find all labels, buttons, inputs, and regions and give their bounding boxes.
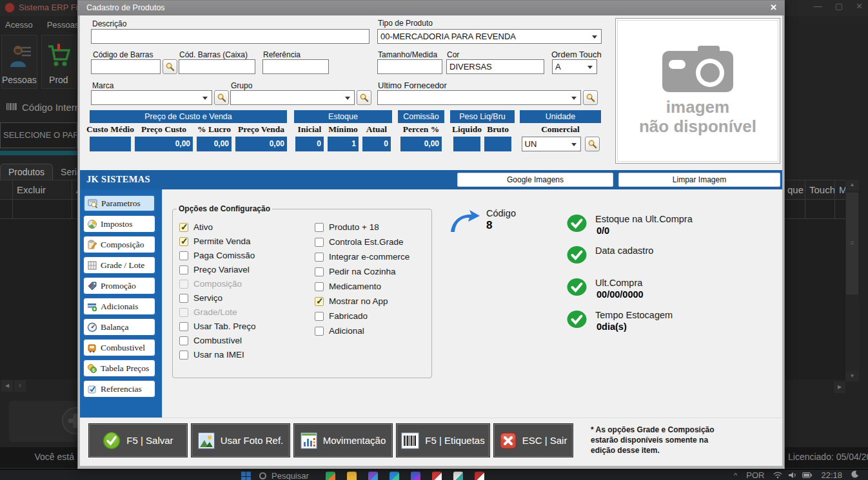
checkbox[interactable] (315, 327, 324, 336)
codigo-barras-search-button[interactable] (163, 59, 177, 74)
side-tab-adicionais[interactable]: Adicionais (83, 298, 155, 315)
taskbar-search[interactable]: Pesquisar (259, 471, 309, 480)
movement-button[interactable]: Movimentação (294, 424, 392, 457)
scroll-up-icon[interactable]: ▲ (845, 180, 859, 190)
minimize-icon[interactable]: — (814, 1, 822, 11)
exit-button[interactable]: ESC | Sair (494, 424, 573, 457)
wifi-icon[interactable] (773, 472, 782, 479)
ultimo-fornecedor-select[interactable] (377, 90, 581, 105)
scroll-left-icon[interactable]: ◀ (1, 380, 13, 392)
checkbox[interactable] (179, 265, 188, 274)
price-cell[interactable]: 0 (295, 137, 324, 151)
scroll-down-icon[interactable]: ▼ (845, 371, 859, 381)
close-icon[interactable]: ✕ (856, 1, 863, 11)
v-scroll-thumb[interactable]: = (846, 193, 858, 294)
side-tab-balan-a[interactable]: Balança (83, 318, 155, 336)
focus-assist-icon[interactable] (851, 470, 859, 480)
ordem-touch-select[interactable]: A (552, 59, 597, 74)
descricao-input[interactable] (91, 29, 370, 44)
h-scrollbar-left[interactable]: ◀ ‖ (0, 380, 77, 392)
checkbox[interactable] (315, 267, 324, 276)
price-cell[interactable]: 1 (328, 137, 359, 151)
side-tab-promo-o[interactable]: Promoção (83, 277, 155, 294)
google-images-button[interactable]: Google Imagens (457, 173, 613, 187)
price-cell[interactable]: 0,00 (135, 137, 193, 151)
taskbar-app-icon[interactable] (368, 472, 378, 480)
unidade-search-button[interactable] (585, 137, 600, 151)
checkbox[interactable] (315, 312, 324, 321)
toolbar-button-pessoas[interactable]: Pessoas (1, 35, 37, 89)
taskbar-app-icon[interactable] (347, 472, 357, 480)
windows-start-icon[interactable] (241, 472, 251, 480)
checkbox[interactable] (179, 336, 188, 345)
menu-item-pessoas[interactable]: Pessoas (47, 20, 79, 30)
scroll-thumb[interactable]: ‖ (14, 380, 26, 392)
side-tab-composi-o[interactable]: Composição (83, 236, 155, 253)
price-cell[interactable] (484, 137, 511, 151)
tipo-produto-select[interactable]: 00-MERCADORIA PARA REVENDA (377, 29, 602, 44)
taskbar-app-icon[interactable] (453, 472, 463, 480)
checkbox[interactable] (315, 282, 324, 291)
language-indicator[interactable]: POR (746, 470, 764, 480)
checkbox[interactable] (315, 238, 324, 247)
price-cell[interactable]: 0,00 (235, 137, 287, 151)
param-select[interactable]: SELECIONE O PAR (0, 122, 77, 148)
cor-input[interactable]: DIVERSAS (446, 59, 544, 74)
maximize-icon[interactable]: ▢ (835, 1, 843, 11)
taskbar-app-icon[interactable] (475, 472, 484, 480)
price-cell[interactable] (453, 137, 480, 151)
side-tab-parametros[interactable]: Parametros (83, 195, 155, 212)
grupo-select[interactable] (230, 90, 355, 105)
checkbox[interactable] (315, 297, 324, 306)
checkbox[interactable] (179, 251, 188, 260)
save-button[interactable]: F5 | Salvar (89, 424, 187, 457)
checkbox[interactable] (315, 253, 324, 262)
tamanho-medida-input[interactable] (377, 59, 442, 74)
speaker-icon[interactable] (788, 472, 796, 479)
price-cell[interactable]: 0,00 (400, 137, 442, 151)
side-tab-grade-lote[interactable]: Grade / Lote (83, 256, 155, 274)
tray-caret-icon[interactable]: ^ (734, 472, 737, 479)
marca-select[interactable] (91, 90, 212, 105)
price-cell[interactable]: 0 (362, 137, 391, 151)
checkbox[interactable] (315, 223, 324, 232)
clock[interactable]: 22:18 (821, 470, 842, 480)
use-photo-ref-button[interactable]: Usar Foto Ref. (192, 424, 290, 457)
side-tab-tabela-pre-os[interactable]: $Tabela Preços (83, 360, 155, 377)
grupo-search-button[interactable] (357, 90, 371, 105)
tray-icons[interactable] (773, 472, 812, 479)
h-scrollbar-right[interactable]: ▶ (784, 381, 845, 393)
menu-item-acesso[interactable]: Acesso (5, 20, 33, 30)
price-cell[interactable]: 0,00 (197, 137, 232, 151)
price-group-header: Comissão (398, 110, 444, 123)
price-cell[interactable] (90, 137, 131, 151)
taskbar-app-icon[interactable] (411, 472, 420, 480)
side-tab-impostos[interactable]: Impostos (83, 215, 155, 233)
codigo-barras-input[interactable] (91, 59, 161, 74)
scroll-right-icon[interactable]: ▶ (834, 381, 845, 393)
clear-image-button[interactable]: Limpar Imagem (618, 173, 780, 187)
taskbar-app-icon[interactable] (432, 472, 442, 480)
checkbox[interactable] (179, 294, 188, 303)
dialog-titlebar[interactable]: Cadastro de Produtos ✕ (78, 1, 784, 15)
dialog-close-icon[interactable]: ✕ (770, 3, 777, 12)
labels-button[interactable]: F5 | Etiquetas (397, 424, 489, 457)
checkbox[interactable] (179, 322, 188, 331)
ultimo-fornecedor-search-button[interactable] (583, 90, 598, 105)
new-item-button[interactable] (9, 401, 77, 442)
side-tab-referencias[interactable]: Referencias (83, 380, 155, 398)
referencia-input[interactable] (262, 59, 329, 74)
side-tab-combustivel[interactable]: Combustivel (83, 339, 155, 356)
unidade-comercial-select[interactable]: UN (522, 137, 581, 151)
cod-barras-caixa-input[interactable] (179, 59, 255, 74)
brand-name: JK SISTEMAS (86, 174, 150, 185)
battery-icon[interactable] (802, 472, 812, 478)
taskbar-app-icon[interactable] (326, 472, 335, 480)
taskbar-app-icon[interactable] (390, 472, 399, 480)
checkbox[interactable] (179, 237, 188, 246)
checkbox[interactable] (179, 223, 188, 232)
background-tab-produtos[interactable]: Produtos (0, 164, 53, 180)
toolbar-button-prod[interactable]: Prod (41, 35, 76, 89)
checkbox[interactable] (179, 350, 188, 360)
marca-search-button[interactable] (214, 90, 229, 105)
